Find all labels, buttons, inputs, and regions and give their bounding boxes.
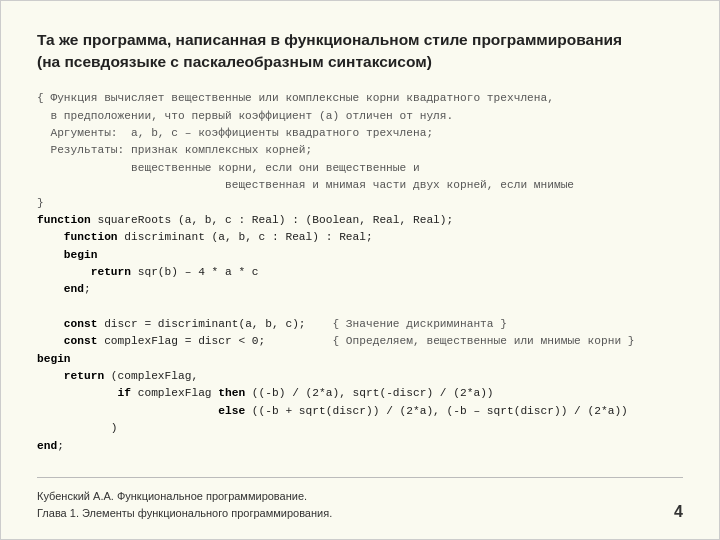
footer-line2: Глава 1. Элементы функционального програ…	[37, 505, 332, 522]
title-line2: (на псевдоязыке с паскалеобразным синтак…	[37, 53, 432, 70]
slide-title: Та же программа, написанная в функционал…	[37, 29, 683, 72]
footer-text: Кубенский А.А. Функциональное программир…	[37, 488, 332, 521]
slide: Та же программа, написанная в функционал…	[0, 0, 720, 540]
footer: Кубенский А.А. Функциональное программир…	[37, 477, 683, 521]
footer-line1: Кубенский А.А. Функциональное программир…	[37, 488, 332, 505]
code-block: { Функция вычисляет вещественные или ком…	[37, 90, 683, 477]
title-line1: Та же программа, написанная в функционал…	[37, 31, 622, 48]
page-number: 4	[674, 503, 683, 521]
